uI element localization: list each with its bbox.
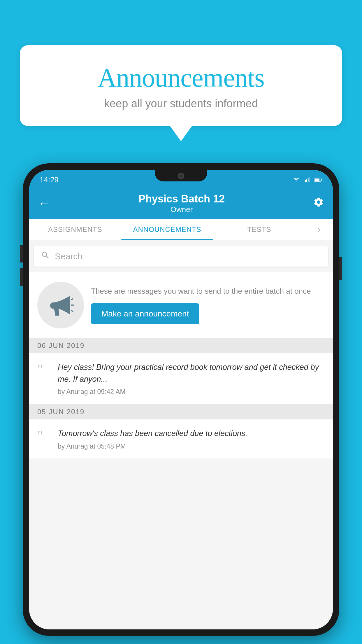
speech-bubble: Announcements keep all your students inf… — [20, 45, 342, 126]
app-header: ← Physics Batch 12 Owner — [29, 187, 333, 219]
date-separator-1: 06 JUN 2019 — [29, 338, 333, 353]
settings-icon[interactable] — [313, 197, 324, 210]
batch-subtitle: Owner — [138, 205, 225, 214]
announcement-content-2: Tomorrow's class has been cancelled due … — [58, 428, 325, 450]
speech-bubble-container: Announcements keep all your students inf… — [20, 45, 342, 126]
phone-camera — [178, 173, 184, 179]
phone-notch — [155, 170, 207, 181]
status-icons — [292, 177, 322, 183]
promo-icon-circle — [37, 282, 84, 328]
back-button[interactable]: ← — [38, 196, 50, 210]
speech-bubble-subtitle: keep all your students informed — [43, 97, 319, 110]
wifi-icon — [292, 177, 300, 183]
tab-assignments[interactable]: ASSIGNMENTS — [29, 219, 121, 240]
announcement-item-2[interactable]: " Tomorrow's class has been cancelled du… — [29, 419, 333, 459]
search-icon — [41, 251, 50, 262]
date-label-2: 05 JUN 2019 — [37, 408, 85, 416]
announcement-meta-2: by Anurag at 05:48 PM — [58, 442, 325, 450]
content-area: Search — [29, 240, 333, 629]
batch-title: Physics Batch 12 — [138, 193, 225, 205]
svg-rect-3 — [309, 177, 310, 182]
promo-text-area: These are messages you want to send to t… — [91, 286, 325, 324]
quote-icon-1: " — [37, 363, 52, 396]
date-label-1: 06 JUN 2019 — [37, 342, 85, 350]
tab-more[interactable]: › — [305, 219, 333, 240]
tab-announcements[interactable]: ANNOUNCEMENTS — [121, 219, 213, 240]
announcement-content-1: Hey class! Bring your practical record b… — [58, 361, 325, 396]
power-button — [339, 257, 342, 280]
signal-icon — [303, 177, 311, 183]
announcement-item-1[interactable]: " Hey class! Bring your practical record… — [29, 353, 333, 404]
make-announcement-button[interactable]: Make an announcement — [91, 303, 199, 324]
tabs-bar: ASSIGNMENTS ANNOUNCEMENTS TESTS › — [29, 219, 333, 240]
volume-up-button — [20, 245, 23, 262]
megaphone-icon — [48, 292, 74, 318]
svg-line-9 — [71, 310, 73, 312]
status-time: 14:29 — [40, 175, 59, 184]
svg-rect-1 — [306, 179, 307, 182]
svg-rect-0 — [305, 180, 306, 182]
announcement-meta-1: by Anurag at 09:42 AM — [58, 388, 325, 396]
announcement-text-2: Tomorrow's class has been cancelled due … — [58, 428, 325, 440]
speech-bubble-title: Announcements — [43, 63, 319, 93]
date-separator-2: 05 JUN 2019 — [29, 404, 333, 419]
svg-line-7 — [71, 299, 73, 300]
announcement-text-1: Hey class! Bring your practical record b… — [58, 361, 325, 385]
svg-rect-5 — [315, 178, 319, 181]
svg-rect-6 — [321, 179, 322, 181]
volume-down-button — [20, 268, 23, 286]
promo-description: These are messages you want to send to t… — [91, 286, 325, 296]
search-bar[interactable]: Search — [34, 246, 328, 267]
phone-mockup: 14:29 — [23, 163, 339, 636]
quote-icon-2: " — [37, 429, 52, 450]
svg-rect-2 — [308, 178, 309, 182]
search-placeholder: Search — [55, 251, 82, 261]
header-title-area: Physics Batch 12 Owner — [138, 193, 225, 214]
promo-card: These are messages you want to send to t… — [29, 272, 333, 338]
battery-icon — [314, 177, 322, 183]
tab-tests[interactable]: TESTS — [213, 219, 305, 240]
